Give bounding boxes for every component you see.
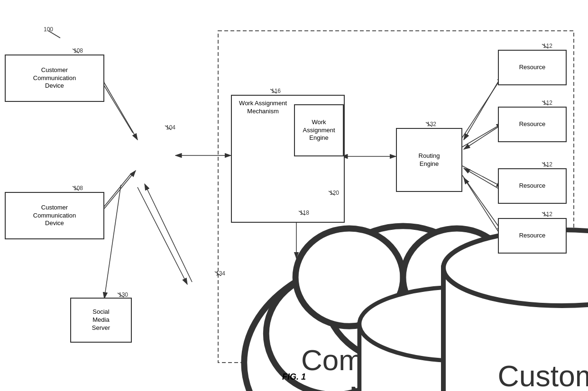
svg-line-37 bbox=[542, 163, 548, 167]
svg-line-16 bbox=[165, 126, 171, 130]
svg-line-35 bbox=[542, 44, 548, 48]
svg-line-26 bbox=[270, 89, 276, 93]
svg-line-33 bbox=[299, 211, 305, 215]
work-assignment-mechanism: Work Assignment Mechanism Work Assignmen… bbox=[231, 95, 345, 223]
svg-line-6 bbox=[73, 49, 79, 53]
svg-line-27 bbox=[329, 191, 335, 195]
svg-line-25 bbox=[215, 272, 221, 276]
resource-1: Resource bbox=[498, 50, 567, 85]
ref-118-bracket bbox=[296, 209, 311, 218]
ref-116-bracket bbox=[268, 87, 282, 96]
svg-line-17 bbox=[118, 293, 124, 297]
resource-3: Resource bbox=[498, 168, 567, 204]
resource-2: Resource bbox=[498, 107, 567, 142]
ref-100-bracket bbox=[44, 26, 72, 40]
ref-132-bracket bbox=[423, 120, 438, 129]
ref-112c-bracket bbox=[540, 160, 554, 170]
ref-112a-bracket bbox=[540, 42, 554, 51]
resource-4: Resource bbox=[498, 218, 567, 254]
wam-label: Work Assignment Mechanism bbox=[239, 100, 287, 115]
svg-line-38 bbox=[542, 212, 548, 217]
ref-120-bracket bbox=[326, 189, 340, 198]
svg-line-34 bbox=[426, 122, 432, 127]
social-media-server: Social Media Server bbox=[70, 298, 132, 343]
svg-line-36 bbox=[542, 101, 548, 105]
ref-112d-bracket bbox=[540, 210, 554, 391]
ref-108a-bracket bbox=[70, 46, 84, 56]
work-assignment-engine: Work Assignment Engine bbox=[294, 104, 344, 156]
ref-134-bracket bbox=[212, 269, 227, 279]
customer-comm-device-top: Customer Communication Device bbox=[5, 55, 104, 102]
ref-130-bracket bbox=[115, 291, 129, 300]
routing-engine: Routing Engine bbox=[396, 128, 462, 192]
ref-104-bracket bbox=[163, 123, 177, 133]
diagram: 100 102 Customer Communication Device 10… bbox=[0, 0, 588, 391]
svg-line-4 bbox=[48, 31, 60, 38]
svg-line-7 bbox=[73, 186, 79, 191]
ref-112b-bracket bbox=[540, 99, 554, 108]
customer-comm-device-bottom: Customer Communication Device bbox=[5, 192, 104, 239]
ref-108b-bracket bbox=[70, 184, 84, 193]
figure-label: FIG. 1 bbox=[256, 372, 332, 382]
